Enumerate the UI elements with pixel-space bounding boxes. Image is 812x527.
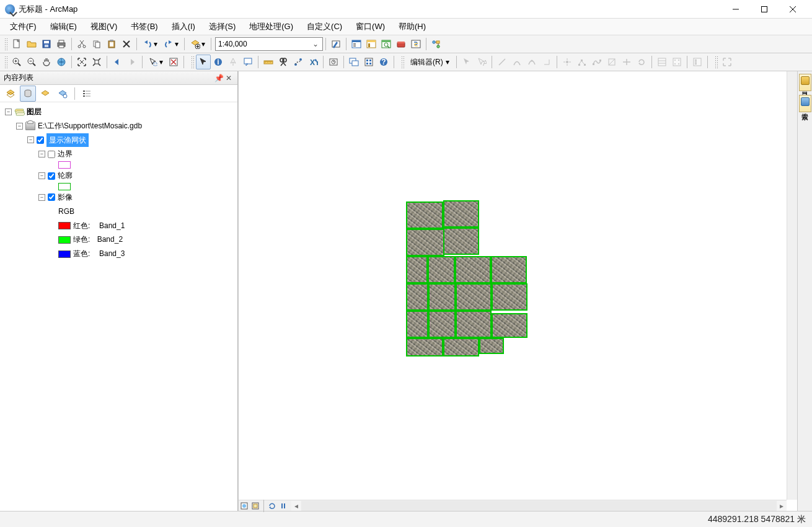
list-by-source-button[interactable] xyxy=(20,86,36,102)
extent-indicator-button[interactable] xyxy=(720,55,735,69)
layer-visibility-checkbox[interactable] xyxy=(48,172,55,180)
list-by-visibility-button[interactable] xyxy=(37,86,53,102)
close-icon[interactable]: ✕ xyxy=(224,73,234,83)
menu-geoprocessing[interactable]: 地理处理(G) xyxy=(244,19,298,34)
toolbar-grip[interactable] xyxy=(400,55,404,69)
viewer-manager-button[interactable] xyxy=(361,55,376,69)
new-document-button[interactable] xyxy=(9,37,24,51)
data-view-button[interactable] xyxy=(239,501,250,511)
zoom-out-button[interactable] xyxy=(24,55,39,69)
right-angle-button[interactable] xyxy=(539,55,554,69)
zoom-in-button[interactable] xyxy=(9,55,24,69)
find-button[interactable] xyxy=(276,55,291,69)
editor-menu[interactable]: 编辑器(R)▾ xyxy=(406,55,454,69)
clear-selection-button[interactable] xyxy=(166,55,181,69)
search-tab[interactable]: 搜索 xyxy=(799,95,811,112)
close-button[interactable] xyxy=(779,0,807,19)
toolbar-grip[interactable] xyxy=(4,55,7,69)
python-window-button[interactable] xyxy=(408,37,423,51)
fixed-zoom-out-button[interactable] xyxy=(89,55,104,69)
arc-segment-button[interactable] xyxy=(510,55,524,69)
open-button[interactable] xyxy=(24,37,39,51)
menu-view[interactable]: 视图(V) xyxy=(86,19,122,34)
collapse-icon[interactable]: − xyxy=(38,194,45,201)
redo-button[interactable]: ▾ xyxy=(161,37,182,51)
list-by-selection-button[interactable] xyxy=(55,86,71,102)
cut-button[interactable] xyxy=(74,37,89,51)
refresh-button[interactable] xyxy=(267,501,278,511)
menu-insert[interactable]: 插入(I) xyxy=(167,19,200,34)
point-button[interactable] xyxy=(560,55,575,69)
forward-extent-button[interactable] xyxy=(125,55,139,69)
measure-button[interactable] xyxy=(261,55,276,69)
menu-file[interactable]: 文件(F) xyxy=(5,19,42,34)
menu-edit[interactable]: 编辑(E) xyxy=(45,19,82,34)
hyperlink-button[interactable] xyxy=(226,55,241,69)
find-route-button[interactable] xyxy=(291,55,306,69)
image-row[interactable]: − 影像 xyxy=(38,190,237,205)
add-data-button[interactable]: ▾ xyxy=(187,37,208,51)
create-viewer-button[interactable] xyxy=(346,55,361,69)
tree-root-row[interactable]: − 图层 xyxy=(5,105,237,119)
collapse-icon[interactable]: − xyxy=(5,108,12,115)
trace-button[interactable] xyxy=(524,55,539,69)
editor-toolbar-button[interactable] xyxy=(329,37,343,51)
toolbar-grip[interactable] xyxy=(190,55,194,69)
boundary-swatch-row[interactable] xyxy=(38,161,237,169)
footprint-swatch[interactable] xyxy=(58,183,71,190)
vertical-scrollbar[interactable] xyxy=(787,71,797,500)
identify-button[interactable]: i xyxy=(211,55,226,69)
time-slider-button[interactable] xyxy=(326,55,341,69)
collapse-icon[interactable]: − xyxy=(38,151,45,157)
gdb-row[interactable]: − E:\工作\Support\testMosaic.gdb xyxy=(16,119,237,133)
toc-window-button[interactable] xyxy=(349,37,364,51)
fixed-zoom-in-button[interactable] xyxy=(74,55,89,69)
menu-window[interactable]: 窗口(W) xyxy=(351,19,390,34)
reshape-button[interactable] xyxy=(589,55,604,69)
model-builder-button[interactable] xyxy=(429,37,444,51)
footprint-swatch-row[interactable] xyxy=(38,183,237,190)
band-red-row[interactable]: 红色: Band_1 xyxy=(58,219,237,233)
map-view[interactable] xyxy=(238,71,797,511)
go-to-xy-button[interactable]: XY xyxy=(306,55,320,69)
split-tool-button[interactable] xyxy=(619,55,634,69)
boundary-row[interactable]: − 边界 xyxy=(38,147,237,161)
band-blue-row[interactable]: 蓝色: Band_3 xyxy=(58,247,237,261)
menu-selection[interactable]: 选择(S) xyxy=(204,19,241,34)
back-extent-button[interactable] xyxy=(110,55,125,69)
layer-visibility-checkbox[interactable] xyxy=(48,151,55,158)
what-is-button[interactable]: ? xyxy=(376,55,391,69)
collapse-icon[interactable]: − xyxy=(38,172,45,179)
save-button[interactable] xyxy=(39,37,54,51)
toolbar-grip[interactable] xyxy=(4,37,7,51)
rotate-button[interactable] xyxy=(634,55,649,69)
menu-bookmarks[interactable]: 书签(B) xyxy=(126,19,162,34)
layer-visibility-checkbox[interactable] xyxy=(48,193,55,201)
maximize-button[interactable] xyxy=(750,0,779,19)
horizontal-scrollbar[interactable] xyxy=(291,501,787,511)
pan-button[interactable] xyxy=(39,55,54,69)
menu-customize[interactable]: 自定义(C) xyxy=(302,19,347,34)
toolbar-grip[interactable] xyxy=(714,55,718,69)
create-features-button[interactable] xyxy=(690,55,705,69)
cut-polygons-button[interactable] xyxy=(604,55,619,69)
collapse-icon[interactable]: − xyxy=(16,123,23,130)
edit-annotation-button[interactable]: A xyxy=(474,55,489,69)
mosaic-row[interactable]: − 显示渔网状 xyxy=(27,133,237,148)
html-popup-button[interactable] xyxy=(241,55,255,69)
print-button[interactable] xyxy=(54,37,69,51)
copy-button[interactable] xyxy=(89,37,104,51)
delete-button[interactable] xyxy=(119,37,134,51)
footprint-row[interactable]: − 轮廓 xyxy=(38,169,237,183)
pause-drawing-button[interactable] xyxy=(278,501,289,511)
straight-segment-button[interactable] xyxy=(495,55,510,69)
collapse-icon[interactable]: − xyxy=(27,136,34,143)
edit-vertices-button[interactable] xyxy=(575,55,589,69)
undo-button[interactable]: ▾ xyxy=(139,37,161,51)
pin-icon[interactable]: 📌 xyxy=(214,73,224,83)
layout-view-button[interactable] xyxy=(250,501,261,511)
minimize-button[interactable] xyxy=(722,0,750,19)
list-by-drawing-order-button[interactable] xyxy=(2,86,19,102)
toc-options-button[interactable] xyxy=(79,86,95,102)
edit-tool-button[interactable] xyxy=(459,55,474,69)
